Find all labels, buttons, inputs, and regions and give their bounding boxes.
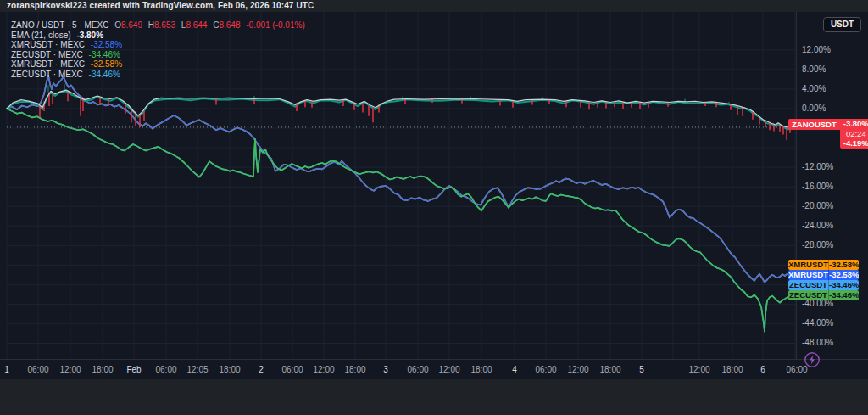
attribution-text: zoranspirkovski223 created with TradingV… — [7, 1, 314, 10]
badge-value: -34.46% — [828, 280, 859, 290]
badge-symbol: ZECUSDT — [788, 290, 828, 300]
branding-bar: TradingView — [0, 379, 868, 415]
compare-label: ZECUSDT · MEXC — [11, 70, 83, 79]
time-axis-label: 12:00 — [313, 365, 334, 374]
price-axis-label: -24.00% — [802, 221, 833, 230]
compare-badge-zec-green: ZECUSDT -34.46% — [788, 290, 859, 300]
close-value: 8.648 — [219, 20, 240, 30]
time-axis-label: 3 — [383, 365, 388, 374]
time-axis-label: 18:00 — [721, 365, 743, 374]
legend-compare-xmr-orange[interactable]: XMRUSDT · MEXC -32.58% — [11, 59, 305, 70]
zano-price-badge: ZANOUSDT -3.80% 02:24 -4.19% — [788, 119, 868, 149]
compare-label: XMRUSDT · MEXC — [11, 59, 85, 69]
low-value: 8.644 — [186, 20, 207, 30]
legend-compare-xmr-blue[interactable]: XMRUSDT · MEXC -32.58% — [11, 40, 305, 50]
badge-value: -32.58% — [828, 270, 859, 280]
time-axis-label: 18:00 — [344, 365, 365, 374]
legend-compare-zec-green[interactable]: ZECUSDT · MEXC -34.46% — [11, 50, 305, 60]
price-axis-label: 0.00% — [802, 104, 826, 113]
price-axis-label: -40.00% — [802, 299, 833, 308]
time-axis-label: 18:00 — [219, 365, 240, 374]
price-axis-label: -16.00% — [802, 182, 833, 191]
price-axis-label: -44.00% — [802, 318, 833, 328]
open-key: O — [114, 20, 121, 30]
compare-badge-xmr-blue: XMRUSDT -32.58% — [788, 270, 859, 280]
legend-main-series[interactable]: ZANO / USDT · 5 · MEXC O8.649 H8.653 L8.… — [11, 20, 305, 31]
compare-label: ZECUSDT · MEXC — [11, 50, 83, 59]
ema-label: EMA (21, close) — [11, 31, 71, 40]
time-axis-label: 12:00 — [438, 365, 459, 374]
tradingview-chart-screenshot: zoranspirkovski223 created with TradingV… — [0, 0, 868, 415]
compare-value: -32.58% — [91, 59, 122, 69]
time-axis-label: 5 — [639, 365, 644, 374]
change-value: -0.001 (-0.01%) — [246, 20, 304, 30]
zano-badge-ema-price: -4.19% — [840, 138, 868, 149]
time-axis-border — [0, 359, 868, 360]
time-axis-label: 18:00 — [599, 365, 620, 374]
badge-value: -32.58% — [828, 260, 859, 270]
price-axis-label: -48.00% — [802, 338, 833, 347]
zano-badge-symbol: ZANOUSDT — [788, 119, 840, 130]
time-axis-label: 1 — [4, 365, 9, 374]
time-axis-label: 18:00 — [470, 365, 492, 374]
price-axis-label: -12.00% — [802, 162, 833, 171]
legend-ema[interactable]: EMA (21, close) -3.80% — [11, 31, 305, 41]
chart-legend: ZANO / USDT · 5 · MEXC O8.649 H8.653 L8.… — [11, 20, 305, 79]
badge-symbol: XMRUSDT — [788, 270, 828, 280]
compare-label: XMRUSDT · MEXC — [11, 40, 85, 49]
price-axis-label: 12.00% — [802, 45, 831, 54]
badge-value: -34.46% — [828, 290, 859, 300]
open-value: 8.649 — [121, 20, 142, 30]
time-axis-label: 2 — [259, 365, 264, 374]
time-axis-label: 06:00 — [535, 365, 556, 374]
currency-toggle-button[interactable]: USDT — [823, 17, 861, 32]
price-axis-label: -28.00% — [802, 240, 833, 250]
time-axis-label: Feb — [126, 365, 141, 374]
high-key: H — [148, 20, 154, 30]
time-axis-label: 06:00 — [155, 365, 176, 374]
time-axis-label: 4 — [512, 365, 517, 374]
compare-value: -34.46% — [89, 70, 120, 79]
ema-value: -3.80% — [76, 31, 103, 40]
high-value: 8.653 — [154, 20, 175, 30]
compare-value: -32.58% — [91, 40, 122, 49]
time-axis-label: 06:00 — [407, 365, 428, 374]
time-axis-label: 06:00 — [281, 365, 303, 374]
compare-badge-xmr-orange: XMRUSDT -32.58% — [788, 260, 859, 270]
badge-symbol: ZECUSDT — [788, 280, 828, 290]
time-axis-label: 12:00 — [567, 365, 588, 374]
zano-badge-price: -3.80% — [840, 119, 868, 129]
time-axis-label: 06:00 — [27, 365, 48, 374]
symbol-title: ZANO / USDT · 5 · MEXC — [11, 20, 108, 30]
time-axis-label: 12:00 — [59, 365, 81, 374]
price-axis-label: -20.00% — [802, 201, 833, 210]
compare-badge-zec-lightblue: ZECUSDT -34.46% — [788, 280, 859, 290]
price-axis-label: 4.00% — [802, 84, 826, 93]
badge-symbol: XMRUSDT — [788, 260, 828, 270]
time-axis-label: 12:05 — [186, 365, 208, 374]
compare-value: -34.46% — [89, 50, 120, 59]
zano-badge-countdown: 02:24 — [840, 129, 868, 138]
attribution-bar: zoranspirkovski223 created with TradingV… — [0, 0, 868, 12]
price-axis-label: 8.00% — [802, 64, 826, 74]
legend-compare-zec-lightblue[interactable]: ZECUSDT · MEXC -34.46% — [11, 70, 305, 80]
time-axis-label: 6 — [760, 365, 765, 374]
time-axis-label: 12:00 — [688, 365, 709, 374]
time-axis-label: 18:00 — [92, 365, 113, 374]
price-axis-border — [796, 12, 797, 359]
lightning-boost-icon[interactable] — [804, 351, 821, 368]
